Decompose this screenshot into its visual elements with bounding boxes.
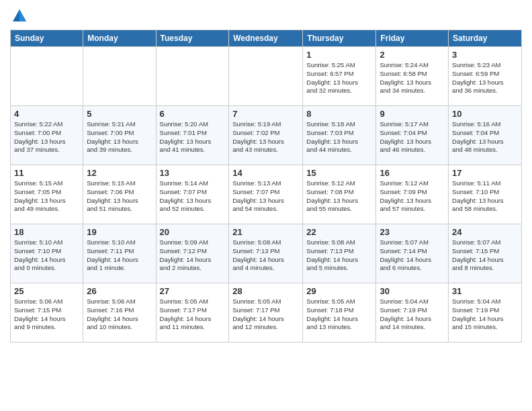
calendar-cell: 11Sunrise: 5:15 AM Sunset: 7:05 PM Dayli… — [11, 165, 83, 224]
calendar-week-row: 25Sunrise: 5:06 AM Sunset: 7:15 PM Dayli… — [11, 283, 522, 342]
day-info: Sunrise: 5:05 AM Sunset: 7:17 PM Dayligh… — [232, 298, 299, 332]
day-info: Sunrise: 5:07 AM Sunset: 7:15 PM Dayligh… — [452, 238, 518, 273]
day-number: 26 — [87, 286, 152, 296]
day-number: 31 — [452, 286, 518, 296]
calendar-cell: 4Sunrise: 5:22 AM Sunset: 7:00 PM Daylig… — [11, 106, 83, 165]
day-info: Sunrise: 5:12 AM Sunset: 7:08 PM Dayligh… — [306, 179, 372, 214]
day-info: Sunrise: 5:05 AM Sunset: 7:18 PM Dayligh… — [306, 298, 372, 332]
day-number: 14 — [232, 168, 299, 178]
day-number: 1 — [306, 50, 372, 60]
day-info: Sunrise: 5:08 AM Sunset: 7:13 PM Dayligh… — [232, 238, 299, 273]
calendar-cell: 29Sunrise: 5:05 AM Sunset: 7:18 PM Dayli… — [303, 283, 376, 342]
day-number: 30 — [380, 286, 445, 296]
day-number: 28 — [232, 286, 299, 296]
day-info: Sunrise: 5:09 AM Sunset: 7:12 PM Dayligh… — [160, 238, 226, 273]
day-number: 24 — [452, 227, 518, 237]
day-number: 17 — [452, 168, 518, 178]
calendar-cell: 2Sunrise: 5:24 AM Sunset: 6:58 PM Daylig… — [376, 47, 449, 106]
calendar-cell: 20Sunrise: 5:09 AM Sunset: 7:12 PM Dayli… — [156, 224, 229, 283]
day-info: Sunrise: 5:23 AM Sunset: 6:59 PM Dayligh… — [452, 61, 518, 95]
day-info: Sunrise: 5:11 AM Sunset: 7:10 PM Dayligh… — [452, 179, 518, 214]
calendar-cell: 5Sunrise: 5:21 AM Sunset: 7:00 PM Daylig… — [83, 106, 156, 165]
calendar-cell: 13Sunrise: 5:14 AM Sunset: 7:07 PM Dayli… — [156, 165, 229, 224]
day-number: 21 — [232, 227, 299, 237]
day-number: 18 — [14, 227, 79, 237]
calendar-cell: 27Sunrise: 5:05 AM Sunset: 7:17 PM Dayli… — [156, 283, 229, 342]
day-number: 27 — [160, 286, 226, 296]
calendar-cell: 31Sunrise: 5:04 AM Sunset: 7:19 PM Dayli… — [449, 283, 522, 342]
day-info: Sunrise: 5:08 AM Sunset: 7:13 PM Dayligh… — [306, 238, 372, 273]
day-number: 20 — [160, 227, 226, 237]
day-info: Sunrise: 5:16 AM Sunset: 7:04 PM Dayligh… — [452, 120, 518, 154]
day-info: Sunrise: 5:04 AM Sunset: 7:19 PM Dayligh… — [380, 298, 445, 332]
calendar-header-saturday: Saturday — [449, 30, 522, 47]
calendar-cell: 30Sunrise: 5:04 AM Sunset: 7:19 PM Dayli… — [376, 283, 449, 342]
calendar-cell: 24Sunrise: 5:07 AM Sunset: 7:15 PM Dayli… — [449, 224, 522, 283]
calendar-header-monday: Monday — [83, 30, 156, 47]
day-info: Sunrise: 5:10 AM Sunset: 7:10 PM Dayligh… — [14, 238, 79, 273]
day-number: 11 — [14, 168, 79, 178]
day-number: 16 — [380, 168, 445, 178]
day-info: Sunrise: 5:15 AM Sunset: 7:06 PM Dayligh… — [87, 179, 152, 214]
calendar-header-sunday: Sunday — [11, 30, 83, 47]
day-info: Sunrise: 5:05 AM Sunset: 7:17 PM Dayligh… — [160, 298, 226, 332]
day-info: Sunrise: 5:18 AM Sunset: 7:03 PM Dayligh… — [306, 120, 372, 154]
header — [10, 7, 522, 26]
day-number: 7 — [232, 109, 299, 119]
calendar-cell: 16Sunrise: 5:12 AM Sunset: 7:09 PM Dayli… — [376, 165, 449, 224]
day-number: 9 — [380, 109, 445, 119]
calendar-week-row: 1Sunrise: 5:25 AM Sunset: 6:57 PM Daylig… — [11, 47, 522, 106]
page-container: SundayMondayTuesdayWednesdayThursdayFrid… — [0, 0, 532, 349]
calendar-cell — [83, 47, 156, 106]
day-info: Sunrise: 5:21 AM Sunset: 7:00 PM Dayligh… — [87, 120, 152, 154]
calendar-cell — [11, 47, 83, 106]
calendar-cell: 9Sunrise: 5:17 AM Sunset: 7:04 PM Daylig… — [376, 106, 449, 165]
day-number: 10 — [452, 109, 518, 119]
day-info: Sunrise: 5:10 AM Sunset: 7:11 PM Dayligh… — [87, 238, 152, 273]
calendar-header-friday: Friday — [376, 30, 449, 47]
day-info: Sunrise: 5:04 AM Sunset: 7:19 PM Dayligh… — [452, 298, 518, 332]
calendar-cell: 1Sunrise: 5:25 AM Sunset: 6:57 PM Daylig… — [303, 47, 376, 106]
calendar-cell: 12Sunrise: 5:15 AM Sunset: 7:06 PM Dayli… — [83, 165, 156, 224]
calendar-header-thursday: Thursday — [303, 30, 376, 47]
day-number: 15 — [306, 168, 372, 178]
calendar-cell: 15Sunrise: 5:12 AM Sunset: 7:08 PM Dayli… — [303, 165, 376, 224]
calendar-header-row: SundayMondayTuesdayWednesdayThursdayFrid… — [11, 30, 522, 47]
calendar-cell: 19Sunrise: 5:10 AM Sunset: 7:11 PM Dayli… — [83, 224, 156, 283]
day-info: Sunrise: 5:07 AM Sunset: 7:14 PM Dayligh… — [380, 238, 445, 273]
calendar-cell: 10Sunrise: 5:16 AM Sunset: 7:04 PM Dayli… — [449, 106, 522, 165]
calendar-cell: 21Sunrise: 5:08 AM Sunset: 7:13 PM Dayli… — [229, 224, 303, 283]
calendar-cell: 3Sunrise: 5:23 AM Sunset: 6:59 PM Daylig… — [449, 47, 522, 106]
day-number: 8 — [306, 109, 372, 119]
day-number: 2 — [380, 50, 445, 60]
calendar-cell — [156, 47, 229, 106]
calendar-cell: 28Sunrise: 5:05 AM Sunset: 7:17 PM Dayli… — [229, 283, 303, 342]
calendar-cell: 8Sunrise: 5:18 AM Sunset: 7:03 PM Daylig… — [303, 106, 376, 165]
day-info: Sunrise: 5:17 AM Sunset: 7:04 PM Dayligh… — [380, 120, 445, 154]
day-number: 5 — [87, 109, 152, 119]
day-info: Sunrise: 5:19 AM Sunset: 7:02 PM Dayligh… — [232, 120, 299, 154]
day-info: Sunrise: 5:20 AM Sunset: 7:01 PM Dayligh… — [160, 120, 226, 154]
day-number: 6 — [160, 109, 226, 119]
day-number: 29 — [306, 286, 372, 296]
logo — [10, 7, 32, 26]
day-number: 19 — [87, 227, 152, 237]
calendar-week-row: 4Sunrise: 5:22 AM Sunset: 7:00 PM Daylig… — [11, 106, 522, 165]
day-info: Sunrise: 5:25 AM Sunset: 6:57 PM Dayligh… — [306, 61, 372, 95]
day-number: 13 — [160, 168, 226, 178]
day-number: 25 — [14, 286, 79, 296]
day-number: 12 — [87, 168, 152, 178]
calendar-week-row: 11Sunrise: 5:15 AM Sunset: 7:05 PM Dayli… — [11, 165, 522, 224]
svg-marker-1 — [19, 9, 26, 21]
day-number: 3 — [452, 50, 518, 60]
day-info: Sunrise: 5:06 AM Sunset: 7:15 PM Dayligh… — [14, 298, 79, 332]
calendar-cell: 17Sunrise: 5:11 AM Sunset: 7:10 PM Dayli… — [449, 165, 522, 224]
day-info: Sunrise: 5:14 AM Sunset: 7:07 PM Dayligh… — [160, 179, 226, 214]
day-info: Sunrise: 5:22 AM Sunset: 7:00 PM Dayligh… — [14, 120, 79, 154]
calendar-cell — [229, 47, 303, 106]
logo-icon — [10, 7, 29, 26]
calendar-cell: 7Sunrise: 5:19 AM Sunset: 7:02 PM Daylig… — [229, 106, 303, 165]
day-info: Sunrise: 5:15 AM Sunset: 7:05 PM Dayligh… — [14, 179, 79, 214]
day-number: 4 — [14, 109, 79, 119]
calendar-cell: 23Sunrise: 5:07 AM Sunset: 7:14 PM Dayli… — [376, 224, 449, 283]
